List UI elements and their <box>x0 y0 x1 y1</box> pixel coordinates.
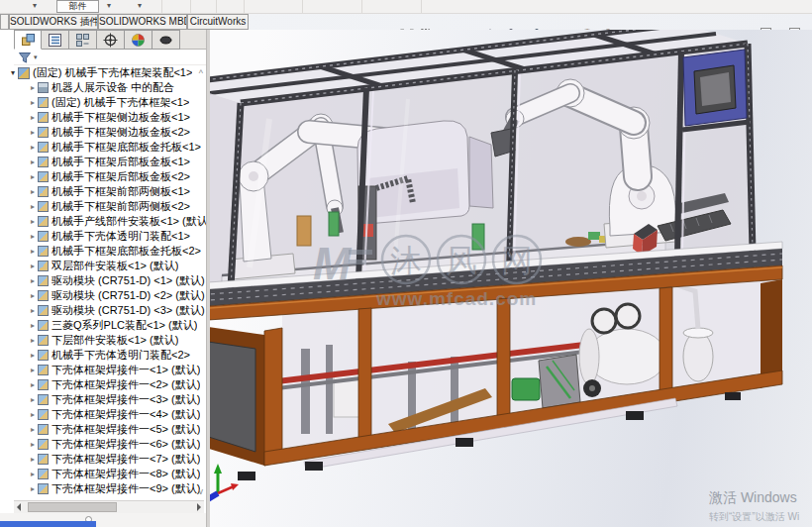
part-icon <box>38 142 49 153</box>
tree-item[interactable]: ▸机械手下壳体透明门装配<2> <box>0 348 206 363</box>
commandmanager-tab-row: SOLIDWORKS 插件 SOLIDWORKS MBD CircuitWork… <box>0 14 812 30</box>
expand-arrow-icon[interactable]: ▸ <box>28 199 38 214</box>
tree-item-label: 三菱Q系列PLC装配<1> (默认) <box>51 318 197 333</box>
tab-circuitworks[interactable]: CircuitWorks <box>187 14 249 30</box>
expand-arrow-icon[interactable]: ▸ <box>28 452 38 467</box>
expand-arrow-icon[interactable]: ▸ <box>28 169 38 184</box>
panel-tab-dimxpertmanager[interactable] <box>97 30 125 50</box>
expand-arrow-icon[interactable]: ▸ <box>28 244 38 259</box>
tree-item[interactable]: ▸机械手产线部件安装板<1> (默认) <box>0 214 206 229</box>
tree-item[interactable]: ▾(固定) 机械手下壳体框架装配<1> <box>0 65 206 80</box>
tree-item[interactable]: ▸下壳体框架焊接件一<3> (默认) <box>0 392 206 407</box>
expand-arrow-icon[interactable]: ▸ <box>28 407 38 422</box>
tree-horizontal-scrollbar[interactable] <box>14 500 204 513</box>
tree-item-label: 下壳体框架焊接件一<1> (默认) <box>51 363 200 377</box>
expand-arrow-icon[interactable]: ▸ <box>28 155 38 169</box>
scroll-right-icon[interactable] <box>197 503 201 511</box>
part-icon <box>38 335 49 346</box>
tree-item-label: 机械手下框架侧边板金板<1> <box>51 110 190 125</box>
tree-item[interactable]: ▸下壳体框架焊接件一<1> (默认) <box>0 363 206 377</box>
tree-item[interactable]: ▸三菱Q系列PLC装配<1> (默认) <box>0 318 206 333</box>
tree-item[interactable]: ▸下壳体框架焊接件一<6> (默认) <box>0 437 206 452</box>
expand-arrow-icon[interactable]: ▸ <box>28 125 38 140</box>
tab-solidworks-mbd[interactable]: SOLIDWORKS MBD <box>98 14 187 30</box>
tree-item[interactable]: ▸机械手下框架侧边板金板<2> <box>0 125 206 140</box>
tree-item[interactable]: ▸机械手下框架前部两侧板<2> <box>0 199 206 214</box>
propertymanager-icon <box>48 33 62 48</box>
expand-arrow-icon[interactable]: ▸ <box>28 140 38 155</box>
tree-item-label: (固定) 机械手下壳体框架<1> <box>51 95 189 110</box>
tree-item[interactable]: ▸下壳体框架焊接件一<5> (默认) <box>0 422 206 437</box>
graphics-viewport[interactable]: M 沐 风 网 www.mfcad.com 激活 Windows <box>210 30 812 527</box>
tree-item[interactable]: ▸下层部件安装板<1> (默认) <box>0 333 206 348</box>
panel-tab-configurationmanager[interactable] <box>69 30 97 50</box>
tree-item[interactable]: ▸机械手下框架侧边板金板<1> <box>0 110 206 125</box>
tree-item[interactable]: ▸下壳体框架焊接件一<7> (默认) <box>0 452 206 467</box>
tree-item[interactable]: ▸下壳体框架焊接件一<2> (默认) <box>0 377 206 392</box>
expand-arrow-icon[interactable]: ▾ <box>8 65 18 80</box>
expand-arrow-icon[interactable]: ▸ <box>28 377 38 392</box>
tree-item[interactable]: ▸机械手下框架后部板金板<1> <box>0 155 206 169</box>
tree-item[interactable]: ▸机械手下壳体透明门装配<1> <box>0 229 206 244</box>
tree-item[interactable]: ▸机械手下框架前部两侧板<1> <box>0 184 206 199</box>
featuremanager-tree-icon <box>21 33 36 48</box>
tree-item[interactable]: ▸双层部件安装板<1> (默认) <box>0 259 206 273</box>
assembly-icon <box>38 320 49 331</box>
ribbon-separator <box>244 0 245 13</box>
expand-arrow-icon[interactable]: ▸ <box>28 333 38 348</box>
tree-item-label: 下壳体框架焊接件一<8> (默认) <box>51 467 200 481</box>
ribbon-dropdown-icon[interactable]: ▾ <box>138 1 142 10</box>
expand-arrow-icon[interactable]: ▸ <box>28 437 38 452</box>
expand-arrow-icon[interactable]: ▸ <box>28 273 38 288</box>
tree-item-label: 驱动模块 (CR751-D) <2> (默认) <box>51 288 205 303</box>
scrollbar-thumb[interactable] <box>28 502 117 512</box>
expand-arrow-icon[interactable]: ▸ <box>28 288 38 303</box>
expand-arrow-icon[interactable]: ▸ <box>28 481 38 496</box>
panel-tab-propertymanager[interactable] <box>42 30 69 50</box>
expand-arrow-icon[interactable]: ▸ <box>28 95 38 110</box>
expand-arrow-icon[interactable]: ▸ <box>28 422 38 437</box>
panel-tab-cam[interactable] <box>152 30 180 50</box>
tree-item[interactable]: ▸机器人展示设备 中的配合 <box>0 80 206 95</box>
tree-scroll-down[interactable]: v <box>199 487 204 496</box>
part-icon <box>38 483 49 494</box>
configurationmanager-icon <box>75 33 90 48</box>
expand-arrow-icon[interactable]: ▸ <box>28 229 38 244</box>
tree-item[interactable]: ▸下壳体框架焊接件一<8> (默认) <box>0 467 206 481</box>
expand-arrow-icon[interactable]: ▸ <box>28 184 38 199</box>
expand-arrow-icon[interactable]: ▸ <box>28 392 38 407</box>
ribbon-dropdown-icon[interactable]: ▾ <box>107 1 111 10</box>
expand-arrow-icon[interactable]: ▸ <box>28 303 38 318</box>
tree-filter[interactable]: ▾ <box>14 50 206 65</box>
tree-item-label: 机械手下框架前部两侧板<2> <box>51 199 190 214</box>
component-button[interactable]: 部件 <box>56 0 99 13</box>
expand-arrow-icon[interactable]: ▸ <box>28 259 38 273</box>
ribbon-dropdown-icon[interactable]: ▾ <box>33 1 37 10</box>
tree-item[interactable]: ▸驱动模块 (CR751-D) <1> (默认) <box>0 273 206 288</box>
feature-tree: ▾(固定) 机械手下壳体框架装配<1>▸机器人展示设备 中的配合▸(固定) 机械… <box>0 65 206 497</box>
tree-item[interactable]: ▸下壳体框架焊接件一<4> (默认) <box>0 407 206 422</box>
ribbon-separator <box>302 0 303 13</box>
expand-arrow-icon[interactable]: ▸ <box>28 363 38 377</box>
scroll-left-icon[interactable] <box>17 503 21 511</box>
tree-item[interactable]: ▸驱动模块 (CR751-D) <3> (默认) <box>0 303 206 318</box>
tree-item-label: 机械手下框架后部板金板<1> <box>51 155 190 169</box>
panel-tab-featuremanager-tree[interactable] <box>14 30 42 50</box>
tree-item[interactable]: ▸机械手下框架后部板金板<2> <box>0 169 206 184</box>
expand-arrow-icon[interactable]: ▸ <box>28 348 38 363</box>
expand-arrow-icon[interactable]: ▸ <box>28 214 38 229</box>
expand-arrow-icon[interactable]: ▸ <box>28 467 38 481</box>
expand-arrow-icon[interactable]: ▸ <box>28 80 38 95</box>
tree-item[interactable]: ▸驱动模块 (CR751-D) <2> (默认) <box>0 288 206 303</box>
tree-item[interactable]: ▸机械手下框架底部板金托板<1> <box>0 140 206 155</box>
tree-scroll-up[interactable]: ^ <box>199 69 203 78</box>
panel-tab-displaymanager[interactable] <box>125 30 152 50</box>
tree-item[interactable]: ▸机械手下框架底部板金托板<2> <box>0 244 206 259</box>
tree-item[interactable]: ▸(固定) 机械手下壳体框架<1> <box>0 95 206 110</box>
expand-arrow-icon[interactable]: ▸ <box>28 110 38 125</box>
svg-text:M: M <box>313 238 353 289</box>
tab-clipped[interactable] <box>0 14 9 30</box>
tab-solidworks-addins[interactable]: SOLIDWORKS 插件 <box>9 14 98 30</box>
tree-item[interactable]: ▸下壳体框架焊接件一<9> (默认) <box>0 481 206 496</box>
expand-arrow-icon[interactable]: ▸ <box>28 318 38 333</box>
